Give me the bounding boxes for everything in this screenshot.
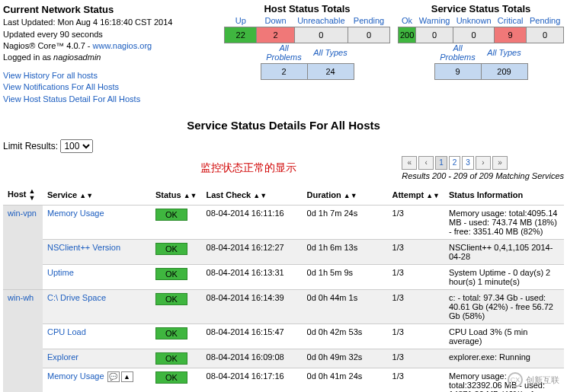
limit-results-select[interactable]: 100 <box>60 139 93 153</box>
svc-critical-header[interactable]: Critical <box>498 16 524 25</box>
service-link[interactable]: CPU Load <box>47 327 86 336</box>
host-cell[interactable]: win-vpn <box>3 205 43 289</box>
comment-icon[interactable]: 💬 <box>107 371 120 382</box>
link-view-host-detail[interactable]: View Host Status Detail For All Hosts <box>3 94 140 104</box>
col-attempt[interactable]: Attempt ▲▼ <box>388 185 444 206</box>
pager-first-icon[interactable]: « <box>402 156 417 170</box>
duration-cell: 0d 1h 7m 24s <box>303 205 388 239</box>
host-cell[interactable]: win-wh <box>3 289 43 392</box>
pager-page-3[interactable]: 3 <box>462 156 474 170</box>
status-badge: OK <box>155 209 187 221</box>
status-badge: OK <box>155 352 187 365</box>
service-link[interactable]: C:\ Drive Space <box>47 293 106 302</box>
duration-cell: 0d 1h 6m 13s <box>303 239 388 264</box>
svc-all-types-count[interactable]: 209 <box>481 64 527 80</box>
svc-pending-count[interactable]: 0 <box>527 27 564 43</box>
svc-pending-header[interactable]: Pending <box>530 16 560 25</box>
service-link[interactable]: Uptime <box>47 268 74 277</box>
svc-all-problems-header[interactable]: All Problems <box>440 43 475 62</box>
info-cell: System Uptime - 0 day(s) 2 hour(s) 1 min… <box>444 264 564 289</box>
pager-page-2[interactable]: 2 <box>449 156 461 170</box>
service-cell: Explorer <box>43 349 151 368</box>
last-updated: Last Updated: Mon Aug 4 16:18:40 CST 201… <box>3 17 216 28</box>
host-link[interactable]: win-vpn <box>8 209 37 218</box>
host-up-count[interactable]: 22 <box>225 27 257 43</box>
pager-last-icon[interactable]: » <box>492 156 508 170</box>
product-line: Nagios® Core™ 4.0.7 - www.nagios.org <box>3 40 216 52</box>
pager-prev-icon[interactable]: ‹ <box>418 156 434 170</box>
service-link[interactable]: Explorer <box>47 352 78 362</box>
service-cell: NSClient++ Version <box>43 239 151 264</box>
attempt-cell: 1/3 <box>388 349 444 368</box>
table-row: win-vpnMemory UsageOK08-04-2014 16:11:16… <box>3 205 564 239</box>
info-cell: explorer.exe: Running <box>444 349 564 368</box>
logged-in-user: nagiosadmin <box>53 53 101 62</box>
sort-icon[interactable]: ▲▼ <box>29 188 36 202</box>
annotation-text: 监控状态正常的显示 <box>94 161 402 175</box>
host-link[interactable]: win-wh <box>8 293 34 302</box>
last-check-cell: 08-04-2014 16:11:16 <box>202 205 303 239</box>
service-table: Host ▲▼ Service ▲▼ Status ▲▼ Last Check … <box>3 185 564 392</box>
attempt-cell: 1/3 <box>388 239 444 264</box>
col-service[interactable]: Service ▲▼ <box>43 185 151 206</box>
attempt-cell: 1/3 <box>388 264 444 289</box>
page-title: Current Network Status <box>3 3 216 17</box>
col-status[interactable]: Status ▲▼ <box>151 185 202 206</box>
host-down-header[interactable]: Down <box>264 16 286 25</box>
svc-warning-header[interactable]: Warning <box>419 16 450 25</box>
svc-critical-count[interactable]: 9 <box>495 27 527 43</box>
svc-ok-count[interactable]: 200 <box>399 27 416 43</box>
duration-cell: 0d 0h 44m 1s <box>303 289 388 323</box>
last-check-cell: 08-04-2014 16:13:31 <box>202 264 303 289</box>
svc-warning-count[interactable]: 0 <box>416 27 453 43</box>
link-view-notifications[interactable]: View Notifications For All Hosts <box>3 82 119 91</box>
svc-all-types-header[interactable]: All Types <box>487 48 521 57</box>
flap-icon[interactable]: ▲ <box>121 371 133 382</box>
duration-cell: 0d 0h 42m 53s <box>303 323 388 349</box>
service-link[interactable]: Memory Usage <box>47 371 104 381</box>
table-row: win-whC:\ Drive SpaceOK08-04-2014 16:14:… <box>3 289 564 323</box>
host-all-types-count[interactable]: 24 <box>307 64 354 80</box>
status-badge: OK <box>155 243 187 255</box>
host-up-header[interactable]: Up <box>235 16 246 25</box>
svc-unknown-header[interactable]: Unknown <box>456 16 492 25</box>
service-link[interactable]: Memory Usage <box>47 209 104 218</box>
host-all-types-header[interactable]: All Types <box>313 48 347 57</box>
info-cell: Memory usage: total:4095.14 MB - used: 7… <box>444 205 564 239</box>
service-link[interactable]: NSClient++ Version <box>47 243 120 252</box>
host-unreachable-count[interactable]: 0 <box>294 27 348 43</box>
col-lastcheck[interactable]: Last Check ▲▼ <box>202 185 303 206</box>
col-duration[interactable]: Duration ▲▼ <box>303 185 388 206</box>
col-host[interactable]: Host ▲▼ <box>3 185 43 206</box>
status-badge: OK <box>155 371 187 384</box>
sort-icon[interactable]: ▲▼ <box>344 193 357 199</box>
last-check-cell: 08-04-2014 16:17:16 <box>202 368 303 392</box>
pager-next-icon[interactable]: › <box>476 156 491 170</box>
sort-icon[interactable]: ▲▼ <box>426 193 440 199</box>
svc-ok-header[interactable]: Ok <box>402 16 412 25</box>
attempt-cell: 1/3 <box>388 205 444 239</box>
host-all-problems-count[interactable]: 2 <box>261 64 307 80</box>
sort-icon[interactable]: ▲▼ <box>184 193 197 199</box>
product-link[interactable]: www.nagios.org <box>93 41 152 50</box>
link-view-history[interactable]: View History For all hosts <box>3 71 98 80</box>
host-pending-header[interactable]: Pending <box>354 16 384 25</box>
host-all-problems-header[interactable]: All Problems <box>266 43 301 62</box>
last-check-cell: 08-04-2014 16:12:27 <box>202 239 303 264</box>
status-cell: OK <box>151 323 202 349</box>
host-pending-count[interactable]: 0 <box>348 27 390 43</box>
results-text: Results 200 - 209 of 209 Matching Servic… <box>402 171 564 180</box>
watermark-icon: CX <box>508 372 523 387</box>
duration-cell: 0d 0h 49m 32s <box>303 349 388 368</box>
last-check-cell: 08-04-2014 16:14:39 <box>202 289 303 323</box>
host-down-count[interactable]: 2 <box>257 27 294 43</box>
last-check-cell: 08-04-2014 16:09:08 <box>202 349 303 368</box>
host-unreachable-header[interactable]: Unreachable <box>297 16 344 25</box>
pager-page-1[interactable]: 1 <box>435 156 447 170</box>
sort-icon[interactable]: ▲▼ <box>79 193 93 199</box>
sort-icon[interactable]: ▲▼ <box>253 193 267 199</box>
svc-all-problems-count[interactable]: 9 <box>434 64 481 80</box>
svc-unknown-count[interactable]: 0 <box>453 27 495 43</box>
service-cell: C:\ Drive Space <box>43 289 151 323</box>
last-check-cell: 08-04-2014 16:15:47 <box>202 323 303 349</box>
